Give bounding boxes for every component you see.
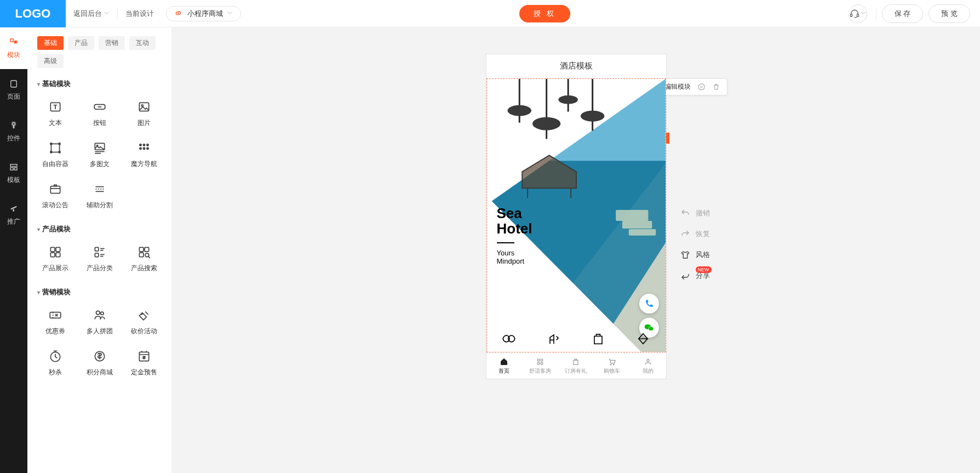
chevron-down-icon: ﹀ xyxy=(861,10,866,18)
component-图片[interactable]: 图片 xyxy=(122,94,166,133)
rail-item-控件[interactable]: 控件 xyxy=(0,111,27,152)
tabbar-购物车[interactable]: 购物车 xyxy=(594,353,630,379)
tabbar-我的[interactable]: 我的 xyxy=(630,353,666,379)
svg-point-30 xyxy=(146,147,148,149)
svg-point-28 xyxy=(139,147,141,149)
preview-button[interactable]: 预 览 xyxy=(929,4,970,23)
phone-call-fab[interactable] xyxy=(639,294,659,314)
component-辅助分割[interactable]: 辅助分割 xyxy=(77,176,122,215)
tool-分享[interactable]: 分享NEW xyxy=(680,271,710,281)
category-tabs: 基础产品营销互动高级 xyxy=(33,36,166,68)
component-积分商城[interactable]: 积分商城 xyxy=(77,344,122,383)
svg-rect-3 xyxy=(14,41,17,43)
svg-point-82 xyxy=(614,364,614,364)
tool-风格[interactable]: 风格 xyxy=(680,250,710,260)
component-魔方导航[interactable]: 魔方导航 xyxy=(122,135,166,174)
rail-icon xyxy=(9,121,19,130)
authorize-button[interactable]: 授 权 xyxy=(519,5,571,22)
svg-rect-0 xyxy=(850,14,852,16)
topbar: LOGO 返回后台 ﹀ 当前设计 小程序商城 ﹀ 授 权 ﹀ 保 存 预 览 xyxy=(0,0,980,27)
component-多人拼团[interactable]: 多人拼团 xyxy=(77,303,122,341)
phone-body[interactable]: SeaHotel YoursMindport xyxy=(486,78,666,352)
rail-item-推广[interactable]: 推广 xyxy=(0,194,27,236)
left-rail: 模块页面控件模板推广 xyxy=(0,27,27,473)
component-优惠券[interactable]: 优惠券 xyxy=(33,303,77,341)
tool-恢复[interactable]: 恢复 xyxy=(680,229,710,239)
svg-point-57 xyxy=(698,84,704,90)
tab-基础[interactable]: 基础 xyxy=(37,36,64,50)
svg-point-20 xyxy=(58,151,60,153)
rail-icon xyxy=(9,204,19,214)
component-icon xyxy=(93,100,107,114)
component-icon xyxy=(48,100,62,114)
svg-point-17 xyxy=(50,143,51,145)
svg-rect-45 xyxy=(139,247,144,252)
tab-营销[interactable]: 营销 xyxy=(99,36,125,50)
component-秒杀[interactable]: 秒杀 xyxy=(33,344,77,383)
svg-rect-2 xyxy=(10,39,13,42)
tabbar-首页[interactable]: 首页 xyxy=(486,353,523,379)
delete-icon[interactable] xyxy=(712,83,720,91)
svg-point-25 xyxy=(139,144,141,146)
svg-point-29 xyxy=(143,147,145,149)
svg-rect-78 xyxy=(537,362,539,364)
component-icon xyxy=(93,245,107,259)
svg-rect-10 xyxy=(15,167,18,170)
svg-rect-7 xyxy=(13,126,14,128)
svg-point-63 xyxy=(532,117,560,130)
design-name: 小程序商城 xyxy=(187,9,223,19)
svg-point-64 xyxy=(558,95,578,104)
component-文本[interactable]: 文本 xyxy=(33,94,77,133)
svg-rect-4 xyxy=(11,81,17,87)
svg-point-5 xyxy=(13,122,15,125)
component-自由容器[interactable]: 自由容器 xyxy=(33,135,77,174)
svg-rect-16 xyxy=(51,144,59,152)
tab-高级[interactable]: 高级 xyxy=(37,54,64,68)
svg-rect-79 xyxy=(541,362,542,364)
edit-module-label[interactable]: 编辑模块 xyxy=(664,82,691,92)
svg-rect-50 xyxy=(50,312,61,318)
svg-rect-70 xyxy=(628,229,655,236)
save-button[interactable]: 保 存 xyxy=(882,4,924,23)
rail-item-模板[interactable]: 模板 xyxy=(0,152,27,194)
chevron-down-icon: ﹀ xyxy=(227,10,233,18)
svg-rect-77 xyxy=(541,359,542,361)
section-header[interactable]: 营销模块 xyxy=(37,287,166,297)
rail-item-页面[interactable]: 页面 xyxy=(0,69,27,111)
back-to-admin[interactable]: 返回后台 ﹀ xyxy=(66,9,117,19)
logo: LOGO xyxy=(0,0,66,27)
redo-icon xyxy=(680,229,690,239)
svg-rect-68 xyxy=(616,210,648,221)
svg-rect-75 xyxy=(594,336,602,344)
share-icon xyxy=(680,271,690,281)
hero-title-2: Hotel xyxy=(497,220,532,237)
section-header[interactable]: 基础模块 xyxy=(37,79,166,89)
component-滚动公告[interactable]: 滚动公告 xyxy=(33,176,77,215)
tab-产品[interactable]: 产品 xyxy=(68,36,94,50)
tabbar-订房有礼[interactable]: 订房有礼 xyxy=(558,353,594,379)
tab-互动[interactable]: 互动 xyxy=(129,36,156,50)
phone-title: 酒店模板 xyxy=(486,54,666,78)
component-icon xyxy=(93,349,107,363)
section-header[interactable]: 产品模块 xyxy=(37,224,166,234)
component-定金预售[interactable]: 定金预售 xyxy=(122,344,166,383)
tabbar-icon xyxy=(536,357,545,366)
component-按钮[interactable]: 按钮 xyxy=(77,94,122,133)
component-icon xyxy=(93,182,107,196)
support-button[interactable]: ﹀ xyxy=(849,4,867,23)
svg-point-81 xyxy=(610,364,611,364)
component-多图文[interactable]: 多图文 xyxy=(77,135,122,174)
collapse-icon[interactable] xyxy=(697,83,706,91)
component-砍价活动[interactable]: 砍价活动 xyxy=(122,303,166,341)
svg-point-52 xyxy=(100,312,103,315)
current-design-label: 当前设计 xyxy=(118,9,162,19)
component-产品分类[interactable]: 产品分类 xyxy=(77,240,122,278)
component-产品搜索[interactable]: 产品搜索 xyxy=(122,240,166,278)
tabbar-舒适客房[interactable]: 舒适客房 xyxy=(522,353,558,379)
component-产品展示[interactable]: 产品展示 xyxy=(33,240,77,278)
component-icon xyxy=(137,308,151,322)
tool-撤销[interactable]: 撤销 xyxy=(680,208,710,218)
svg-rect-80 xyxy=(574,360,578,364)
design-selector[interactable]: 小程序商城 ﹀ xyxy=(166,6,241,21)
rail-item-模块[interactable]: 模块 xyxy=(0,27,27,69)
